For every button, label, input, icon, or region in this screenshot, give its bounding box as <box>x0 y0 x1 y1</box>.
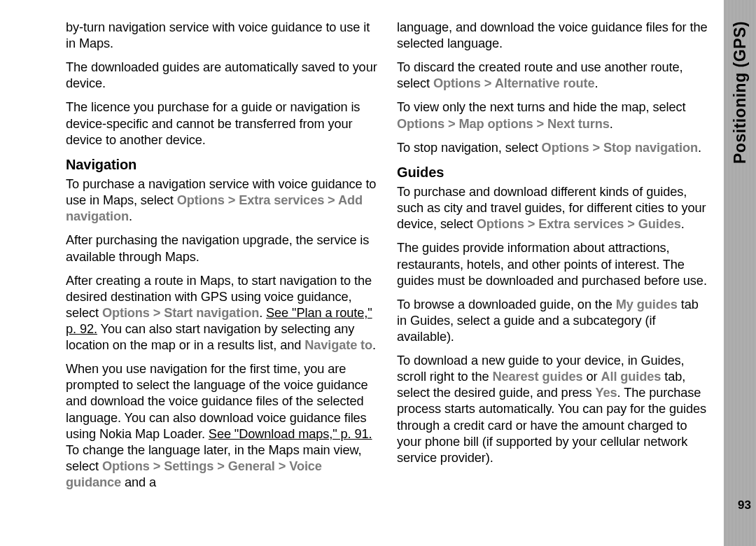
paragraph: To purchase and download different kinds… <box>397 184 711 232</box>
paragraph: To discard the created route and use ano… <box>397 59 711 92</box>
paragraph: To browse a downloaded guide, on the My … <box>397 297 711 345</box>
link-download-maps[interactable]: See "Download maps," p. 91. <box>209 427 372 441</box>
sidebar-edge: Positioning (GPS) 93 <box>724 0 756 546</box>
menu-path: Yes <box>596 386 617 400</box>
menu-path: Next turns <box>547 117 610 131</box>
heading-guides: Guides <box>397 164 711 181</box>
menu-path: Navigate to <box>304 338 372 352</box>
menu-path: Map options <box>458 117 533 131</box>
menu-path: Stop navigation <box>603 141 698 155</box>
paragraph: To stop navigation, select Options > Sto… <box>397 140 711 156</box>
menu-path: Alternative route <box>495 76 595 90</box>
page-content: by-turn navigation service with voice gu… <box>66 20 711 535</box>
paragraph: language, and download the voice guidanc… <box>397 20 711 52</box>
paragraph: To download a new guide to your device, … <box>397 353 711 466</box>
menu-path: Start navigation <box>164 306 259 320</box>
menu-path: Options <box>477 217 524 231</box>
page-number: 93 <box>738 498 751 512</box>
menu-path: Nearest guides <box>493 370 583 384</box>
paragraph: by-turn navigation service with voice gu… <box>66 20 380 52</box>
section-label: Positioning (GPS) <box>728 8 752 176</box>
menu-path: General <box>228 459 275 473</box>
menu-path: My guides <box>616 298 678 312</box>
paragraph: After purchasing the navigation upgrade,… <box>66 232 380 265</box>
menu-path: Settings <box>164 459 214 473</box>
menu-path: Options <box>433 76 481 90</box>
paragraph: When you use navigation for the first ti… <box>66 361 380 491</box>
paragraph: To purchase a navigation service with vo… <box>66 176 380 225</box>
menu-path: Options <box>177 193 225 207</box>
paragraph: To view only the next turns and hide the… <box>397 99 711 132</box>
paragraph: The guides provide information about att… <box>397 240 711 288</box>
menu-path: Extra services <box>538 217 624 231</box>
menu-path: Options <box>102 306 150 320</box>
paragraph: The downloaded guides are automatically … <box>66 59 380 92</box>
menu-path: All guides <box>601 370 661 384</box>
menu-path: Options <box>102 459 150 473</box>
paragraph: After creating a route in Maps, to start… <box>66 273 380 354</box>
menu-path: Options <box>397 117 444 131</box>
menu-path: Extra services <box>239 193 324 207</box>
heading-navigation: Navigation <box>66 156 380 174</box>
menu-path: Guides <box>638 217 681 231</box>
paragraph: The licence you purchase for a guide or … <box>66 99 380 148</box>
menu-path: Options <box>542 141 589 155</box>
page: by-turn navigation service with voice gu… <box>0 0 756 546</box>
